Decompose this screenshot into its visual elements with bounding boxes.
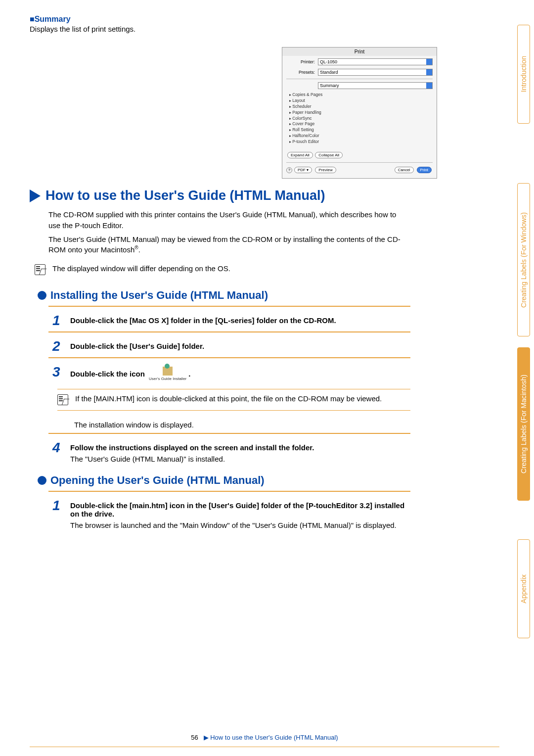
step-text: Follow the instructions displayed on the… [70,443,314,452]
printer-label: Printer: [286,59,315,64]
divider [48,306,410,307]
expand-all-button[interactable]: Expand All [287,152,313,158]
list-item[interactable]: ColorSync [289,116,432,122]
section-heading: How to use the User's Guide (HTML Manual… [30,188,410,203]
list-item[interactable]: Layout [289,98,432,104]
cancel-button[interactable]: Cancel [395,167,414,173]
step-text: Double-click the [Mac OS X] folder in th… [70,316,336,325]
body-text: The installation window is displayed. [74,421,410,429]
list-item[interactable]: P-touch Editor [289,139,432,145]
tab-appendix[interactable]: Appendix [517,539,530,638]
summary-select[interactable]: Summary [318,82,433,89]
help-icon[interactable]: ? [286,167,292,173]
note-icon [57,394,68,405]
step-number: 1 [52,314,63,328]
print-dialog: Print Printer: QL-1050 Presets: Standard… [282,47,437,179]
installer-icon: User's Guide Installer [149,367,186,381]
page-footer: 56 ▶ How to use the User's Guide (HTML M… [30,734,499,741]
step-number: 1 [52,499,63,513]
tab-macintosh[interactable]: Creating Labels (For Macintosh) [517,347,530,501]
step-text: Double-click the [User's Guide] folder. [70,342,204,350]
list-item[interactable]: Scheduler [289,104,432,110]
print-button[interactable]: Print [417,167,432,173]
step-number: 2 [52,339,63,353]
step-number: 3 [52,365,63,379]
preview-button[interactable]: Preview [315,167,336,173]
summary-desc: Displays the list of print settings. [30,25,410,33]
list-item[interactable]: Copies & Pages [289,92,432,98]
note-icon [35,264,45,275]
dialog-title: Print [282,47,437,56]
step-subtext: The browser is launched and the "Main Wi… [70,521,410,529]
body-text: The User's Guide (HTML Manual) may be vi… [48,234,408,256]
note-text: If the [MAIN.HTM] icon is double-clicked… [75,394,382,403]
pdf-button[interactable]: PDF ▾ [294,167,312,173]
subsection-heading: Installing the User's Guide (HTML Manual… [38,289,410,302]
list-item[interactable]: Halftone/Color [289,133,432,139]
body-text: The CD-ROM supplied with this printer co… [48,209,408,231]
step-subtext: The "User's Guide (HTML Manual)" is inst… [70,455,314,463]
subsection-heading: Opening the User's Guide (HTML Manual) [38,474,410,487]
subsection-title: Opening the User's Guide (HTML Manual) [50,474,265,487]
note-text: The displayed window will differ dependi… [52,264,230,273]
bullet-icon [38,476,46,485]
printer-select[interactable]: QL-1050 [318,58,433,65]
section-title-text: How to use the User's Guide (HTML Manual… [45,188,325,203]
step-text: Double-click the [main.htm] icon in the … [70,501,404,518]
tab-windows[interactable]: Creating Labels (For Windows) [517,183,530,336]
bullet-icon [38,291,46,300]
step-number: 4 [52,441,63,455]
summary-list: Copies & Pages Layout Scheduler Paper Ha… [282,90,437,150]
tab-introduction[interactable]: Introduction [517,25,530,124]
list-item[interactable]: Cover Page [289,121,432,127]
triangle-icon [30,189,41,202]
collapse-all-button[interactable]: Collapse All [315,152,343,158]
step-text: Double-click the icon [70,370,145,378]
presets-select[interactable]: Standard [318,69,433,76]
list-item[interactable]: Roll Setting [289,127,432,133]
summary-label: ■Summary [30,15,410,24]
list-item[interactable]: Paper Handling [289,110,432,116]
subsection-title: Installing the User's Guide (HTML Manual… [50,289,268,302]
presets-label: Presets: [286,70,315,75]
